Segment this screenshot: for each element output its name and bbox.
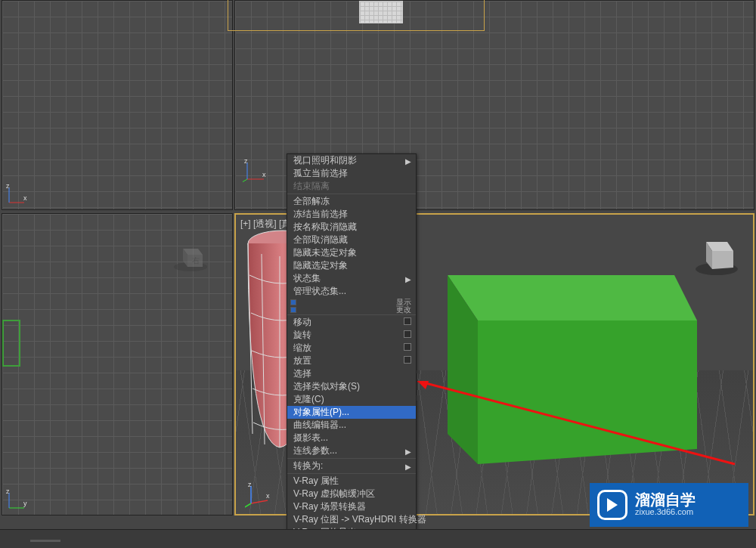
menu-item[interactable]: 选择 <box>287 367 416 380</box>
object-panel <box>359 1 403 23</box>
svg-line-33 <box>251 500 268 503</box>
svg-text:z: z <box>248 482 252 488</box>
svg-marker-32 <box>712 251 733 269</box>
axis-gizmo: yz <box>5 489 28 512</box>
scene-box[interactable] <box>417 275 697 464</box>
menu-item[interactable]: 连线参数...▶ <box>287 444 416 457</box>
viewport-top-left[interactable]: xz <box>2 0 233 210</box>
menu-item[interactable]: 孤立当前选择 <box>287 167 416 180</box>
menu-item[interactable]: 状态集▶ <box>287 272 416 285</box>
menu-item[interactable]: V-Ray 场景转换器 <box>287 500 416 513</box>
menu-item[interactable]: 曲线编辑器... <box>287 419 416 432</box>
svg-text:y: y <box>23 500 27 507</box>
svg-text:x: x <box>266 492 270 500</box>
menu-item[interactable]: 克隆(C) <box>287 393 416 406</box>
menu-item[interactable]: 缩放 <box>287 342 416 354</box>
menu-item[interactable]: V-Ray 位图 -> VRayHDRI 转换器 <box>287 513 416 526</box>
svg-marker-18 <box>448 275 697 320</box>
svg-text:z: z <box>6 184 10 190</box>
menu-item[interactable]: V-Ray 虚拟帧缓冲区 <box>287 488 416 500</box>
axis-gizmo: xz <box>5 184 28 206</box>
menu-item[interactable]: 放置 <box>287 354 416 367</box>
menu-item[interactable]: 选择类似对象(S) <box>287 380 416 393</box>
viewport-label[interactable]: [+] [透视] [真 <box>240 218 290 231</box>
menu-item[interactable]: 移动 <box>287 316 416 329</box>
watermark-title: 溜溜自学 <box>635 492 696 507</box>
menu-item[interactable]: 按名称取消隐藏 <box>287 221 416 234</box>
watermark-logo-icon <box>597 490 627 520</box>
menu-item[interactable]: 隐藏选定对象 <box>287 259 416 272</box>
svg-text:x: x <box>262 171 266 178</box>
menu-item[interactable]: 冻结当前选择 <box>287 208 416 221</box>
menu-color-tags[interactable]: 更改 <box>290 307 413 313</box>
svg-text:z: z <box>6 489 10 495</box>
svg-text:z: z <box>244 158 248 165</box>
svg-marker-19 <box>478 320 697 464</box>
context-menu: 视口照明和阴影▶孤立当前选择结束隔离全部解冻冻结当前选择按名称取消隐藏全部取消隐… <box>287 153 417 548</box>
axis-gizmo: xz <box>243 158 265 181</box>
watermark-sub: zixue.3d66.com <box>635 507 696 517</box>
menu-item[interactable]: 摄影表... <box>287 432 416 444</box>
object-outline <box>2 320 20 367</box>
menu-item[interactable]: 转换为:▶ <box>287 460 416 472</box>
menu-item[interactable]: 视口照明和阴影▶ <box>287 154 416 167</box>
viewport-bottom-left[interactable]: 右 yz <box>2 213 233 515</box>
svg-line-35 <box>245 503 251 508</box>
watermark: 溜溜自学 zixue.3d66.com <box>590 483 748 527</box>
svg-line-6 <box>243 179 247 184</box>
menu-item[interactable]: 全部解冻 <box>287 195 416 208</box>
menu-item[interactable]: 全部取消隐藏 <box>287 234 416 246</box>
axis-gizmo: xz <box>245 482 268 505</box>
svg-text:右: 右 <box>192 256 200 265</box>
menu-item[interactable]: 管理状态集... <box>287 285 416 298</box>
menu-item: 结束隔离 <box>287 180 416 193</box>
view-cube[interactable] <box>694 231 739 277</box>
view-cube[interactable]: 右 <box>172 237 209 273</box>
menu-item[interactable]: 旋转 <box>287 329 416 342</box>
camera-frame <box>228 0 485 31</box>
menu-color-tags[interactable]: 显示 <box>290 299 413 305</box>
status-bar <box>0 529 756 548</box>
svg-text:x: x <box>23 194 27 202</box>
menu-item[interactable]: 对象属性(P)... <box>287 406 416 419</box>
menu-item[interactable]: 隐藏未选定对象 <box>287 246 416 259</box>
menu-item[interactable]: V-Ray 属性 <box>287 475 416 488</box>
